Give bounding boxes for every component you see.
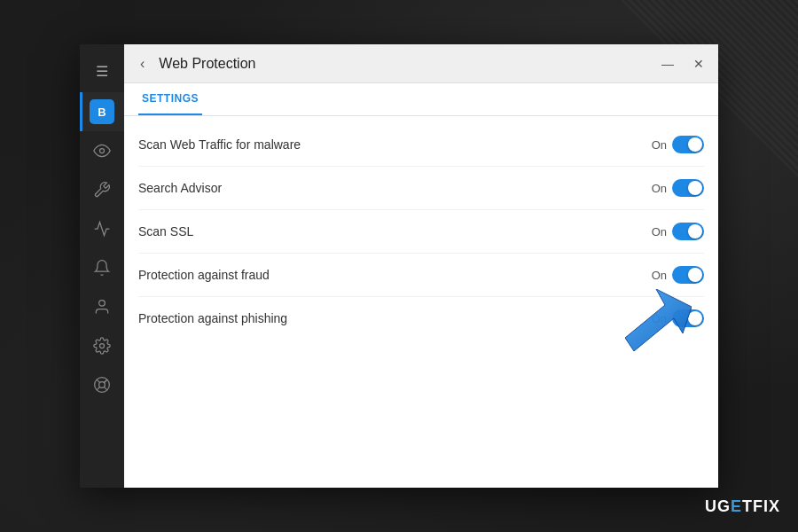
gear-icon <box>93 337 111 355</box>
toggle-thumb-2 <box>688 224 702 239</box>
toggle-2[interactable] <box>672 223 704 240</box>
setting-row-4: Protection against phishing On <box>138 297 704 340</box>
app-window: ☰ B <box>80 44 718 488</box>
toggle-thumb-4 <box>688 311 702 325</box>
toggle-thumb-0 <box>688 137 702 152</box>
setting-row-1: Search Advisor On <box>138 167 704 210</box>
window-controls: — ✕ <box>658 55 708 73</box>
tools-icon <box>93 181 111 199</box>
activity-icon <box>93 220 111 238</box>
setting-status-4: On <box>652 312 667 325</box>
setting-row-2: Scan SSL On <box>138 210 704 254</box>
bell-icon <box>93 259 111 277</box>
sidebar-item-help[interactable] <box>80 365 124 404</box>
toggle-track-4 <box>672 309 704 327</box>
toggle-thumb-3 <box>688 268 702 282</box>
svg-line-9 <box>97 387 100 390</box>
minimize-button[interactable]: — <box>658 55 677 73</box>
titlebar: ‹ Web Protection — ✕ <box>124 44 718 83</box>
sidebar-item-activity[interactable] <box>80 209 124 248</box>
setting-status-3: On <box>652 269 667 282</box>
settings-content: Scan Web Traffic for malware On Search A… <box>124 116 718 488</box>
close-button[interactable]: ✕ <box>690 55 708 73</box>
toggle-track-3 <box>672 266 704 284</box>
toggle-3[interactable] <box>672 266 704 284</box>
svg-point-4 <box>99 382 106 388</box>
setting-label-4: Protection against phishing <box>138 311 287 325</box>
setting-row-0: Scan Web Traffic for malware On <box>138 123 704 167</box>
sidebar-item-monitor[interactable] <box>80 131 124 170</box>
main-content: ‹ Web Protection — ✕ SETTINGS Scan Web T… <box>124 44 718 488</box>
eye-icon <box>93 142 111 160</box>
setting-status-1: On <box>652 182 667 195</box>
setting-control-0: On <box>652 136 704 153</box>
toggle-track-0 <box>672 136 704 153</box>
window-title: Web Protection <box>159 56 658 72</box>
toggle-thumb-1 <box>688 181 702 195</box>
svg-point-0 <box>100 149 105 153</box>
toggle-track-2 <box>672 223 704 240</box>
sidebar-item-protection[interactable]: B <box>80 92 124 131</box>
setting-control-3: On <box>652 266 704 284</box>
tabs-bar: SETTINGS <box>124 83 718 116</box>
sidebar-item-settings[interactable] <box>80 326 124 365</box>
toggle-1[interactable] <box>672 179 704 197</box>
user-icon <box>93 298 111 316</box>
sidebar-item-notifications[interactable] <box>80 248 124 287</box>
menu-button[interactable]: ☰ <box>80 53 124 89</box>
setting-status-0: On <box>652 138 667 152</box>
svg-line-5 <box>97 379 100 383</box>
setting-control-2: On <box>652 223 704 240</box>
setting-control-1: On <box>652 179 704 197</box>
sidebar-item-account[interactable] <box>80 287 124 326</box>
svg-line-6 <box>104 387 107 390</box>
setting-control-4: On <box>652 309 704 327</box>
back-button[interactable]: ‹ <box>135 52 150 75</box>
setting-row-3: Protection against fraud On <box>138 254 704 297</box>
svg-point-2 <box>100 344 105 348</box>
toggle-4[interactable] <box>672 309 704 327</box>
setting-label-3: Protection against fraud <box>138 268 270 282</box>
setting-label-0: Scan Web Traffic for malware <box>138 137 301 152</box>
setting-status-2: On <box>652 225 667 239</box>
shield-badge: B <box>90 99 114 124</box>
toggle-track-1 <box>672 179 704 197</box>
toggle-0[interactable] <box>672 136 704 153</box>
setting-label-2: Scan SSL <box>138 224 193 239</box>
help-icon <box>93 376 111 394</box>
watermark-highlight: E <box>731 497 742 515</box>
sidebar-item-tools[interactable] <box>80 170 124 209</box>
setting-label-1: Search Advisor <box>138 181 222 195</box>
svg-line-8 <box>104 380 106 383</box>
sidebar: ☰ B <box>80 44 124 488</box>
tab-settings[interactable]: SETTINGS <box>138 83 202 115</box>
watermark: UGETFIX <box>705 497 780 516</box>
svg-point-1 <box>99 301 106 307</box>
